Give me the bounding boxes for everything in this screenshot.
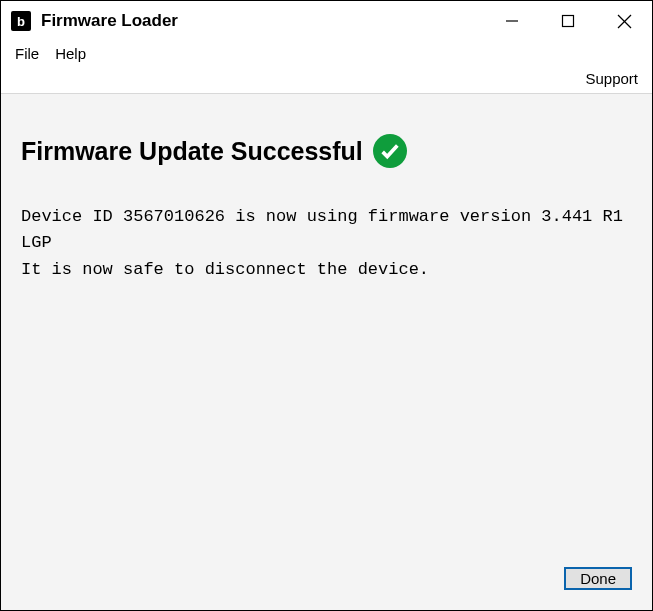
minimize-button[interactable] [484,1,540,41]
message-line-1: Device ID 3567010626 is now using firmwa… [21,207,633,252]
menu-help[interactable]: Help [49,43,92,64]
close-button[interactable] [596,1,652,41]
success-icon [373,134,407,168]
menu-file[interactable]: File [9,43,45,64]
support-link[interactable]: Support [585,70,638,87]
app-icon: b [11,11,31,31]
maximize-button[interactable] [540,1,596,41]
content-area: Firmware Update Successful Device ID 356… [1,94,652,610]
svg-rect-1 [563,16,574,27]
close-icon [617,14,632,29]
page-heading: Firmware Update Successful [21,137,363,166]
minimize-icon [505,14,519,28]
titlebar: b Firmware Loader [1,1,652,41]
checkmark-icon [379,140,401,162]
footer: Done [21,567,632,590]
maximize-icon [561,14,575,28]
toolbar: Support [1,66,652,94]
heading-row: Firmware Update Successful [21,134,632,168]
message-line-2: It is now safe to disconnect the device. [21,260,429,279]
window-controls [484,1,652,41]
done-button[interactable]: Done [564,567,632,590]
status-message: Device ID 3567010626 is now using firmwa… [21,204,632,283]
menubar: File Help [1,41,652,66]
app-window: b Firmware Loader File Help Support Firm… [0,0,653,611]
window-title: Firmware Loader [41,11,484,31]
